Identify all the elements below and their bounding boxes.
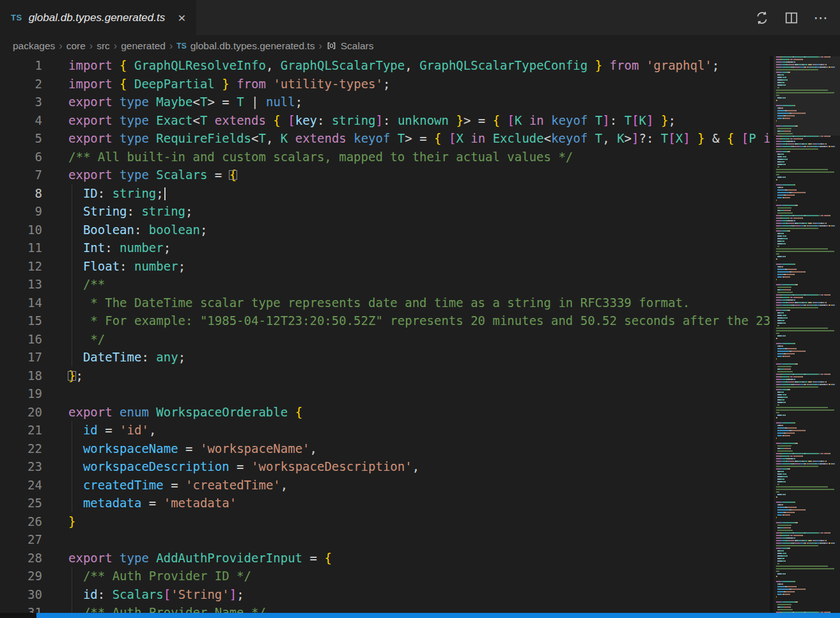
code-line[interactable]: 11 Int: number; bbox=[0, 239, 770, 257]
breadcrumb-item-scalars[interactable]: Scalars bbox=[325, 40, 375, 52]
more-actions-button[interactable]: ⋯ bbox=[809, 6, 832, 29]
code-line[interactable]: 18}; bbox=[0, 367, 770, 385]
token: type bbox=[120, 95, 156, 109]
token: export bbox=[68, 113, 120, 127]
token bbox=[68, 478, 83, 492]
code-line[interactable]: 7export type Scalars = { bbox=[0, 166, 770, 184]
token: null bbox=[266, 95, 295, 109]
breadcrumb-item-generated[interactable]: generated bbox=[120, 40, 167, 52]
code-line[interactable]: 19 bbox=[0, 384, 770, 403]
code-line[interactable]: 1import { GraphQLResolveInfo, GraphQLSca… bbox=[0, 56, 770, 75]
token: } bbox=[661, 113, 668, 127]
token: T bbox=[625, 113, 632, 127]
minimap-row bbox=[774, 368, 840, 370]
minimap-row bbox=[774, 177, 840, 178]
minimap-row bbox=[774, 555, 840, 557]
minimap-row bbox=[774, 527, 840, 528]
code-line[interactable]: 22 workspaceName = 'workspaceName', bbox=[0, 440, 770, 458]
token: T bbox=[595, 113, 602, 127]
breadcrumb-item-src[interactable]: src bbox=[95, 40, 111, 52]
minimap-row bbox=[774, 276, 840, 278]
minimap-row bbox=[774, 489, 840, 490]
code-line[interactable]: 13 /** bbox=[0, 275, 770, 294]
code-line[interactable]: 5export type RequireFields<T, K extends … bbox=[0, 129, 770, 148]
open-changes-button[interactable] bbox=[751, 6, 774, 29]
token: ] bbox=[632, 131, 639, 145]
code-line[interactable]: 3export type Maybe<T> = T | null; bbox=[0, 93, 770, 111]
token: /** Auth Provider ID */ bbox=[83, 569, 251, 583]
code-line[interactable]: 21 id = 'id', bbox=[0, 421, 770, 440]
token bbox=[229, 77, 237, 91]
code-line[interactable]: 24 createdTime = 'createdTime', bbox=[0, 476, 770, 495]
code-area: 1import { GraphQLResolveInfo, GraphQLSca… bbox=[0, 56, 770, 618]
token: keyof bbox=[354, 131, 398, 145]
code-line[interactable]: 14 * The DateTime scalar type represents… bbox=[0, 294, 770, 312]
code-line[interactable]: 26} bbox=[0, 512, 770, 531]
code-line[interactable]: 12 Float: number; bbox=[0, 257, 770, 276]
code-text: /** All built-in and custom scalars, map… bbox=[42, 148, 573, 166]
minimap-row bbox=[774, 235, 840, 237]
line-number: 22 bbox=[0, 440, 42, 458]
code-line[interactable]: 25 metadata = 'metadata' bbox=[0, 494, 770, 512]
indent-guide bbox=[72, 184, 72, 203]
minimap-row bbox=[774, 376, 840, 377]
breadcrumb-item-packages[interactable]: packages bbox=[12, 40, 56, 52]
code-line[interactable]: 28export type AddAuthProviderInput = { bbox=[0, 549, 770, 567]
minimap-row bbox=[774, 397, 840, 398]
code-line[interactable]: 17 DateTime: any; bbox=[0, 348, 770, 367]
code-line[interactable]: 15 * For example: "1985-04-12T23:20:50.5… bbox=[0, 312, 770, 330]
tab-global-db-types-generated-ts[interactable]: TS global.db.types.generated.ts × bbox=[0, 0, 196, 35]
token: T bbox=[595, 131, 602, 145]
tab-close-icon[interactable]: × bbox=[178, 11, 185, 24]
code-line[interactable]: 4export type Exact<T extends { [key: str… bbox=[0, 111, 770, 130]
token bbox=[68, 569, 83, 583]
minimap-row bbox=[774, 169, 840, 170]
token: /** All built-in and custom scalars, map… bbox=[68, 150, 573, 164]
indent-guide bbox=[72, 567, 72, 585]
minimap-row bbox=[774, 573, 840, 574]
minimap-slider[interactable] bbox=[774, 56, 840, 136]
token: export bbox=[68, 551, 120, 565]
minimap-row bbox=[774, 491, 840, 493]
token: */ bbox=[68, 332, 105, 346]
token: [ bbox=[449, 131, 456, 145]
minimap-row bbox=[774, 128, 840, 129]
code-line[interactable]: 20export enum WorkspaceOrderable { bbox=[0, 403, 770, 422]
minimap-row bbox=[774, 422, 840, 424]
minimap-row bbox=[774, 532, 840, 534]
minimap-row bbox=[774, 461, 840, 462]
minimap[interactable] bbox=[774, 56, 840, 613]
minimap-row bbox=[774, 299, 840, 301]
split-editor-button[interactable] bbox=[780, 6, 803, 29]
code-line[interactable]: 10 Boolean: boolean; bbox=[0, 221, 770, 239]
editor[interactable]: 1import { GraphQLResolveInfo, GraphQLSca… bbox=[0, 56, 770, 618]
code-line[interactable]: 2import { DeepPartial } from 'utility-ty… bbox=[0, 75, 770, 93]
code-text: /** bbox=[42, 275, 105, 294]
minimap-row bbox=[774, 407, 840, 408]
token: } bbox=[595, 58, 602, 72]
token: T bbox=[200, 95, 207, 109]
breadcrumb-item-core[interactable]: core bbox=[65, 40, 87, 52]
code-line[interactable]: 16 */ bbox=[0, 330, 770, 349]
minimap-row bbox=[774, 118, 840, 119]
code-line[interactable]: 29 /** Auth Provider ID */ bbox=[0, 567, 770, 585]
code-line[interactable]: 9 String: string; bbox=[0, 202, 770, 221]
token: X bbox=[676, 131, 683, 145]
token: RequireFields bbox=[156, 131, 251, 145]
token: ] bbox=[602, 113, 609, 127]
code-line[interactable]: 6/** All built-in and custom scalars, ma… bbox=[0, 148, 770, 166]
token: { bbox=[273, 113, 280, 127]
token: string bbox=[141, 204, 185, 218]
minimap-row bbox=[774, 553, 840, 554]
minimap-row bbox=[774, 271, 840, 273]
minimap-row bbox=[774, 151, 840, 152]
code-line[interactable]: 30 id: Scalars['String']; bbox=[0, 585, 770, 604]
code-line[interactable]: 8 ID: string; bbox=[0, 184, 770, 203]
minimap-row bbox=[774, 471, 840, 472]
token: 'id' bbox=[120, 423, 149, 437]
token: /** bbox=[83, 277, 105, 291]
minimap-row bbox=[774, 84, 840, 86]
code-line[interactable]: 27 bbox=[0, 530, 770, 549]
code-line[interactable]: 23 workspaceDescription = 'workspaceDesc… bbox=[0, 457, 770, 476]
breadcrumb-item-global-db-types-generated-ts[interactable]: TSglobal.db.types.generated.ts bbox=[175, 40, 316, 52]
